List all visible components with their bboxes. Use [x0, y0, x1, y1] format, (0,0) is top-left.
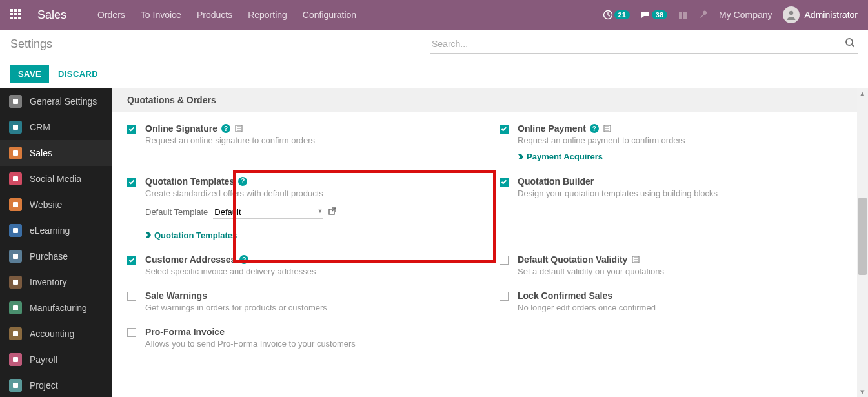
brand[interactable]: Sales [37, 8, 66, 22]
sidebar-item-inventory[interactable]: Inventory [0, 269, 112, 295]
discard-button[interactable]: DISCARD [58, 69, 98, 79]
setting-title: Quotation Builder [518, 176, 594, 187]
user-menu[interactable]: Administrator [783, 6, 858, 23]
nav-link-orders[interactable]: Orders [97, 10, 125, 20]
sidebar-item-general-settings[interactable]: General Settings [0, 88, 112, 114]
sidebar-app-icon [9, 327, 22, 340]
discuss-count: 38 [652, 10, 667, 19]
sidebar-item-manufacturing[interactable]: Manufacturing [0, 295, 112, 321]
checkbox-quotation-templates[interactable] [127, 178, 136, 187]
setting-desc: No longer edit orders once confirmed [518, 303, 853, 312]
checkbox-quotation-builder[interactable] [500, 178, 509, 187]
setting-desc: Allows you to send Pro-Forma Invoice to … [145, 339, 480, 349]
default-template-dropdown[interactable]: ▼ [213, 206, 323, 219]
setting-desc: Request an online payment to confirm ord… [518, 136, 853, 145]
sidebar-item-accounting[interactable]: Accounting [0, 321, 112, 347]
sidebar-item-label: Accounting [30, 329, 74, 339]
checkbox-online-payment[interactable] [500, 125, 509, 134]
body: General SettingsCRMSalesSocial MediaWebs… [0, 88, 868, 397]
wrench-icon[interactable] [698, 10, 709, 20]
checkbox-sale-warnings[interactable] [127, 292, 136, 301]
sidebar-app-icon [9, 353, 22, 366]
setting-title: Quotation Templates [145, 176, 234, 187]
sidebar-app-icon [9, 172, 22, 185]
sidebar-app-icon [9, 250, 22, 263]
search-input[interactable] [430, 35, 858, 54]
company-switcher[interactable]: My Company [719, 10, 772, 20]
sidebar-app-icon [9, 95, 22, 108]
external-link-icon[interactable] [328, 207, 337, 218]
checkbox-proforma[interactable] [127, 328, 136, 337]
sidebar-item-label: Purchase [30, 251, 68, 261]
scroll-down-icon[interactable]: ▾ [857, 386, 868, 397]
sidebar-item-elearning[interactable]: eLearning [0, 218, 112, 243]
svg-point-5 [846, 39, 853, 45]
setting-title: Online Payment [518, 123, 586, 134]
sidebar-app-icon [9, 224, 22, 237]
nav-link-configuration[interactable]: Configuration [303, 10, 356, 20]
scroll-up-icon[interactable]: ▴ [857, 88, 868, 99]
sidebar-item-label: Manufacturing [30, 303, 87, 313]
sidebar-item-website[interactable]: Website [0, 192, 112, 218]
help-icon[interactable]: ? [221, 124, 230, 133]
sidebar-item-label: Sales [30, 148, 52, 158]
help-icon[interactable]: ? [590, 124, 599, 133]
enterprise-icon [631, 255, 640, 264]
svg-rect-12 [13, 254, 18, 259]
settings-grid: Online Signature ? Request an online sig… [112, 112, 868, 351]
link-quotation-templates[interactable]: Quotation Templates [145, 230, 237, 240]
apps-icon[interactable] [10, 9, 22, 21]
sidebar-app-icon [9, 276, 22, 289]
sidebar-app-icon [9, 147, 22, 159]
svg-rect-17 [13, 383, 18, 388]
save-button[interactable]: SAVE [10, 65, 49, 83]
checkbox-default-validity[interactable] [500, 256, 509, 265]
sidebar-item-label: General Settings [30, 96, 97, 107]
help-icon[interactable]: ? [239, 255, 248, 264]
page-title: Settings [10, 37, 52, 51]
arrow-icon [518, 154, 524, 160]
gift-icon[interactable] [678, 10, 688, 20]
link-payment-acquirers[interactable]: Payment Acquirers [518, 152, 603, 161]
setting-title: Customer Addresses [145, 254, 236, 265]
clock-icon [603, 10, 613, 20]
checkbox-lock-confirmed[interactable] [500, 292, 509, 301]
avatar-icon [783, 6, 800, 23]
sidebar-app-icon [9, 379, 22, 392]
setting-sale-warnings: Sale Warnings Get warnings in orders for… [127, 290, 480, 312]
setting-desc: Design your quotation templates using bu… [518, 188, 853, 198]
vertical-scrollbar[interactable]: ▴ ▾ [857, 88, 868, 397]
discuss-indicator[interactable]: 38 [640, 10, 667, 20]
sidebar-item-social-media[interactable]: Social Media [0, 166, 112, 192]
activity-count: 21 [614, 10, 630, 19]
scroll-thumb[interactable] [858, 198, 867, 275]
enterprise-icon [603, 124, 612, 133]
svg-rect-15 [13, 331, 18, 336]
setting-quotation-templates: Quotation Templates ? Create standardize… [127, 176, 480, 241]
svg-rect-9 [13, 176, 18, 181]
checkbox-customer-addresses[interactable] [127, 256, 136, 265]
setting-lock-confirmed: Lock Confirmed Sales No longer edit orde… [500, 290, 853, 312]
link-label: Quotation Templates [154, 230, 237, 240]
control-bar: Settings [0, 30, 868, 59]
sidebar-item-crm[interactable]: CRM [0, 114, 112, 140]
nav-link-reporting[interactable]: Reporting [248, 10, 287, 20]
chat-icon [640, 10, 651, 20]
activity-indicator[interactable]: 21 [603, 10, 630, 20]
checkbox-online-signature[interactable] [127, 125, 136, 134]
sidebar-item-sales[interactable]: Sales [0, 140, 112, 166]
svg-rect-7 [13, 125, 18, 130]
setting-title: Pro-Forma Invoice [145, 327, 225, 337]
help-icon[interactable]: ? [238, 177, 247, 186]
sidebar-item-project[interactable]: Project [0, 372, 112, 397]
nav-link-products[interactable]: Products [197, 10, 232, 20]
svg-rect-10 [13, 202, 18, 207]
sidebar-item-purchase[interactable]: Purchase [0, 243, 112, 269]
setting-title: Sale Warnings [145, 290, 207, 301]
default-template-input[interactable] [213, 206, 323, 219]
sidebar-item-payroll[interactable]: Payroll [0, 347, 112, 372]
nav-link-to-invoice[interactable]: To Invoice [141, 10, 181, 20]
search-icon[interactable] [845, 37, 855, 50]
setting-proforma: Pro-Forma Invoice Allows you to send Pro… [127, 327, 480, 349]
setting-title: Lock Confirmed Sales [518, 290, 612, 301]
